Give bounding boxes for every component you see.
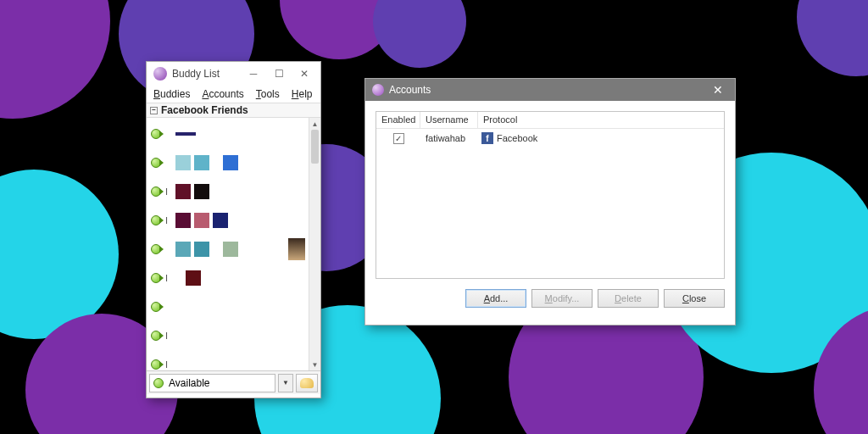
buddy-row[interactable] xyxy=(147,120,309,148)
window-title: Accounts xyxy=(389,84,706,96)
titlebar[interactable]: Buddy List ─ ☐ ✕ xyxy=(147,62,320,86)
buddy-row[interactable]: I xyxy=(147,350,309,370)
status-available-icon xyxy=(150,157,162,169)
status-available-icon xyxy=(150,243,162,255)
account-protocol: Facebook xyxy=(497,133,537,143)
pidgin-icon xyxy=(153,67,167,81)
buddy-row[interactable]: I xyxy=(147,206,309,235)
buddy-row[interactable] xyxy=(147,235,309,264)
status-available-icon xyxy=(150,128,162,140)
close-button-2[interactable]: Close xyxy=(664,289,725,308)
group-name: Facebook Friends xyxy=(161,104,248,116)
button-row: Add... Modify... Delete Close xyxy=(376,289,725,314)
group-header[interactable]: − Facebook Friends xyxy=(147,103,320,118)
status-available-icon xyxy=(153,378,164,388)
pidgin-icon xyxy=(372,84,384,96)
titlebar[interactable]: Accounts ✕ xyxy=(365,79,735,101)
bg-circle xyxy=(797,0,868,76)
status-available-icon xyxy=(150,301,162,313)
buddy-list[interactable]: I I xyxy=(147,118,309,370)
status-available-icon xyxy=(150,186,162,198)
table-header: Enabled Username Protocol xyxy=(376,112,724,129)
account-username: fatiwahab xyxy=(420,133,478,143)
status-selector[interactable]: Available xyxy=(149,374,275,392)
scrollbar[interactable]: ▲ ▼ xyxy=(309,118,320,370)
close-button[interactable]: ✕ xyxy=(706,81,730,98)
facebook-icon: f xyxy=(481,132,493,144)
accounts-window: Accounts ✕ Enabled Username Protocol ✓ f… xyxy=(364,78,736,326)
buddy-name: I xyxy=(165,273,172,283)
buddy-name: I xyxy=(165,331,172,341)
window-title: Buddy List xyxy=(172,68,241,80)
status-label: Available xyxy=(169,377,209,389)
buddy-row[interactable]: I xyxy=(147,177,309,206)
col-protocol[interactable]: Protocol xyxy=(478,112,724,129)
menu-buddies[interactable]: Buddies xyxy=(153,88,190,100)
enabled-checkbox[interactable]: ✓ xyxy=(393,133,404,144)
scroll-down-icon[interactable]: ▼ xyxy=(309,359,320,370)
buddy-name: I xyxy=(165,215,172,225)
menu-help[interactable]: Help xyxy=(292,88,313,100)
col-username[interactable]: Username xyxy=(420,112,478,129)
account-row[interactable]: ✓ fatiwahab f Facebook xyxy=(376,129,724,147)
buddy-avatar xyxy=(288,238,305,260)
buddy-list-window: Buddy List ─ ☐ ✕ Buddies Accounts Tools … xyxy=(146,61,321,398)
col-enabled[interactable]: Enabled xyxy=(376,112,420,129)
accounts-button[interactable] xyxy=(296,374,318,392)
scroll-thumb[interactable] xyxy=(311,130,319,164)
status-available-icon xyxy=(150,359,162,370)
close-button[interactable]: ✕ xyxy=(292,65,317,82)
modify-button[interactable]: Modify... xyxy=(531,289,593,308)
buddy-row[interactable]: I xyxy=(147,264,309,292)
menu-tools[interactable]: Tools xyxy=(256,88,280,100)
menu-accounts[interactable]: Accounts xyxy=(202,88,243,100)
add-button[interactable]: Add... xyxy=(465,289,526,308)
buddy-row[interactable]: I xyxy=(147,321,309,350)
collapse-icon[interactable]: − xyxy=(150,107,158,114)
maximize-button[interactable]: ☐ xyxy=(266,65,292,82)
status-available-icon xyxy=(150,272,162,284)
scroll-up-icon[interactable]: ▲ xyxy=(309,118,320,130)
status-available-icon xyxy=(150,330,162,342)
status-bar: Available ▼ xyxy=(147,370,320,394)
buddy-row[interactable] xyxy=(147,148,309,177)
buddy-row[interactable] xyxy=(147,292,309,321)
bg-circle xyxy=(0,0,110,119)
delete-button[interactable]: Delete xyxy=(598,289,659,308)
status-dropdown-button[interactable]: ▼ xyxy=(278,374,293,392)
menubar: Buddies Accounts Tools Help xyxy=(147,86,320,103)
buddy-name: I xyxy=(165,359,172,370)
accounts-table: Enabled Username Protocol ✓ fatiwahab f … xyxy=(376,111,725,279)
minimize-button[interactable]: ─ xyxy=(241,65,266,82)
status-available-icon xyxy=(150,214,162,226)
buddy-name: I xyxy=(165,186,172,197)
bg-circle xyxy=(373,0,466,68)
